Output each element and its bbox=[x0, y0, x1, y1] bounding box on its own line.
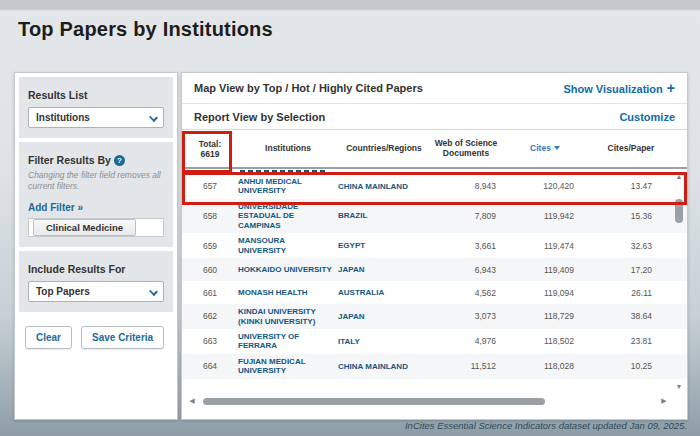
show-visualization-link[interactable]: Show Visualization+ bbox=[563, 80, 675, 96]
horizontal-scrollbar[interactable]: ◀ ▶ bbox=[187, 395, 669, 407]
table-row[interactable]: 664 FUJIAN MEDICAL UNIVERSITY CHINA MAIN… bbox=[182, 354, 687, 379]
filter-section: Filter Results By? Changing the filter f… bbox=[19, 142, 173, 247]
institution-link[interactable]: UNIVERSIDADE ESTADUAL DE CAMPINAS bbox=[238, 202, 338, 230]
institution-link[interactable]: FUJIAN MEDICAL UNIVERSITY bbox=[238, 357, 338, 376]
results-list-section: Results List Institutions bbox=[19, 77, 173, 138]
table-row[interactable]: 658 UNIVERSIDADE ESTADUAL DE CAMPINAS BR… bbox=[182, 199, 687, 233]
documents-cell: 3,661 bbox=[430, 241, 502, 251]
institution-link[interactable]: UNIVERSITY OF FERRARA bbox=[238, 332, 338, 351]
documents-cell: 6,943 bbox=[430, 265, 502, 275]
column-header-documents[interactable]: Web of Science Documents bbox=[430, 139, 502, 159]
clipped-row-remnant bbox=[182, 169, 687, 174]
cites-per-paper-cell: 13.47 bbox=[588, 181, 674, 191]
map-view-title: Map View by Top / Hot / Highly Cited Pap… bbox=[194, 82, 423, 94]
cites-per-paper-cell: 17.20 bbox=[588, 265, 674, 275]
customize-link[interactable]: Customize bbox=[619, 111, 675, 123]
table-body: 657 ANHUI MEDICAL UNIVERSITY CHINA MAINL… bbox=[182, 169, 687, 379]
column-header-institutions[interactable]: Institutions bbox=[238, 144, 338, 154]
active-filter-chip[interactable]: Clinical Medicine bbox=[33, 219, 136, 236]
country-link[interactable]: ITALY bbox=[338, 337, 430, 346]
sidebar: Results List Institutions Filter Results… bbox=[14, 72, 178, 420]
help-icon[interactable]: ? bbox=[114, 155, 125, 166]
country-link[interactable]: CHINA MAINLAND bbox=[338, 182, 430, 191]
institution-link[interactable]: MONASH HEALTH bbox=[238, 288, 338, 297]
cites-cell: 120,420 bbox=[502, 181, 588, 191]
cites-cell: 118,028 bbox=[502, 361, 588, 371]
main-panel: Map View by Top / Hot / Highly Cited Pap… bbox=[181, 72, 688, 420]
report-view-title: Report View by Selection bbox=[194, 111, 325, 123]
horizontal-scroll-thumb[interactable] bbox=[203, 398, 545, 405]
page-title: Top Papers by Institutions bbox=[18, 18, 273, 41]
cites-per-paper-cell: 15.36 bbox=[588, 211, 674, 221]
institution-link[interactable]: ANHUI MEDICAL UNIVERSITY bbox=[238, 177, 338, 196]
results-list-dropdown[interactable]: Institutions bbox=[28, 107, 164, 128]
institution-link[interactable]: HOKKAIDO UNIVERSITY bbox=[238, 265, 338, 274]
include-results-section: Include Results For Top Papers bbox=[19, 251, 173, 312]
cites-per-paper-cell: 32.63 bbox=[588, 241, 674, 251]
include-results-dropdown[interactable]: Top Papers bbox=[28, 281, 164, 302]
vertical-scroll-thumb[interactable] bbox=[675, 199, 683, 223]
scroll-left-icon[interactable]: ◀ bbox=[187, 397, 197, 405]
cites-per-paper-cell: 23.81 bbox=[588, 336, 674, 346]
rank-cell: 664 bbox=[182, 361, 238, 371]
table-row[interactable]: 659 MANSOURA UNIVERSITY EGYPT 3,661 119,… bbox=[182, 233, 687, 258]
scroll-right-icon[interactable]: ▶ bbox=[659, 397, 669, 405]
rank-cell: 658 bbox=[182, 211, 238, 221]
documents-cell: 7,809 bbox=[430, 211, 502, 221]
map-view-bar: Map View by Top / Hot / Highly Cited Pap… bbox=[182, 73, 687, 104]
rank-cell: 659 bbox=[182, 241, 238, 251]
report-view-bar: Report View by Selection Customize bbox=[182, 104, 687, 130]
country-link[interactable]: AUSTRALIA bbox=[338, 288, 430, 297]
results-list-label: Results List bbox=[28, 89, 88, 101]
country-link[interactable]: JAPAN bbox=[338, 265, 430, 274]
plus-icon: + bbox=[667, 80, 675, 96]
cites-cell: 118,729 bbox=[502, 311, 588, 321]
cites-per-paper-cell: 38.64 bbox=[588, 311, 674, 321]
vertical-scrollbar[interactable]: ▲ ▼ bbox=[673, 173, 685, 391]
documents-cell: 8,943 bbox=[430, 181, 502, 191]
scroll-up-icon[interactable]: ▲ bbox=[673, 173, 685, 181]
country-link[interactable]: CHINA MAINLAND bbox=[338, 362, 430, 371]
filter-label: Filter Results By bbox=[28, 154, 111, 166]
rank-cell: 660 bbox=[182, 265, 238, 275]
column-header-cites-sorted[interactable]: Cites bbox=[502, 144, 588, 154]
column-header-countries[interactable]: Countries/Regions bbox=[338, 144, 430, 154]
sort-descending-icon bbox=[554, 146, 560, 150]
table-row[interactable]: 657 ANHUI MEDICAL UNIVERSITY CHINA MAINL… bbox=[182, 174, 687, 199]
horizontal-scroll-track[interactable] bbox=[197, 397, 659, 406]
cites-cell: 119,409 bbox=[502, 265, 588, 275]
cites-cell: 119,474 bbox=[502, 241, 588, 251]
table-row[interactable]: 661 MONASH HEALTH AUSTRALIA 4,562 119,09… bbox=[182, 281, 687, 304]
documents-cell: 3,073 bbox=[430, 311, 502, 321]
clear-button[interactable]: Clear bbox=[25, 326, 72, 349]
filter-note: Changing the filter field removes all cu… bbox=[28, 170, 164, 191]
chevron-down-icon bbox=[149, 287, 158, 296]
country-link[interactable]: EGYPT bbox=[338, 241, 430, 250]
cites-cell: 119,094 bbox=[502, 288, 588, 298]
scroll-down-icon[interactable]: ▼ bbox=[673, 383, 685, 391]
table-row[interactable]: 660 HOKKAIDO UNIVERSITY JAPAN 6,943 119,… bbox=[182, 258, 687, 281]
table-row[interactable]: 662 KINDAI UNIVERSITY (KINKI UNIVERSITY)… bbox=[182, 304, 687, 329]
country-link[interactable]: BRAZIL bbox=[338, 211, 430, 220]
cites-per-paper-cell: 10.25 bbox=[588, 361, 674, 371]
add-filter-link[interactable]: Add Filter » bbox=[28, 202, 83, 213]
institution-link[interactable]: KINDAI UNIVERSITY (KINKI UNIVERSITY) bbox=[238, 307, 338, 326]
rank-cell: 661 bbox=[182, 288, 238, 298]
rank-cell: 662 bbox=[182, 311, 238, 321]
results-list-value: Institutions bbox=[36, 112, 90, 123]
filter-field[interactable]: Clinical Medicine bbox=[28, 218, 164, 237]
chevron-down-icon bbox=[149, 113, 158, 122]
cites-cell: 119,942 bbox=[502, 211, 588, 221]
rank-cell: 663 bbox=[182, 336, 238, 346]
table-header: Total: 6619 Institutions Countries/Regio… bbox=[182, 130, 687, 169]
institution-link[interactable]: MANSOURA UNIVERSITY bbox=[238, 236, 338, 255]
include-results-value: Top Papers bbox=[36, 286, 90, 297]
save-criteria-button[interactable]: Save Criteria bbox=[81, 326, 164, 349]
country-link[interactable]: JAPAN bbox=[338, 312, 430, 321]
column-header-cites-paper[interactable]: Cites/Paper bbox=[588, 144, 674, 154]
table-row[interactable]: 663 UNIVERSITY OF FERRARA ITALY 4,976 11… bbox=[182, 329, 687, 354]
total-count: Total: 6619 bbox=[182, 138, 238, 160]
documents-cell: 11,512 bbox=[430, 361, 502, 371]
cites-per-paper-cell: 26.11 bbox=[588, 288, 674, 298]
documents-cell: 4,562 bbox=[430, 288, 502, 298]
